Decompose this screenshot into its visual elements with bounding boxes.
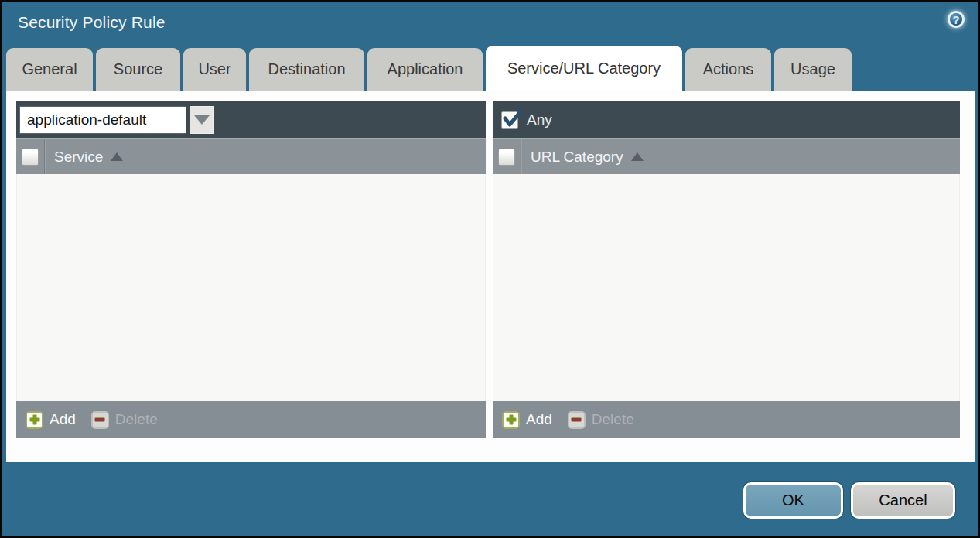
sort-ascending-icon <box>111 152 123 161</box>
icon-bar <box>572 418 582 422</box>
tab-usage[interactable]: Usage <box>774 48 852 91</box>
cancel-button[interactable]: Cancel <box>851 482 955 519</box>
url-category-add-button[interactable]: Add <box>502 411 552 429</box>
service-column-header-row: Service <box>16 138 486 174</box>
tab-application[interactable]: Application <box>367 48 483 91</box>
service-panel-header: application-default <box>16 101 486 138</box>
security-policy-rule-dialog: Security Policy Rule ? General Source Us… <box>0 0 980 538</box>
service-delete-button[interactable]: Delete <box>91 411 158 429</box>
service-dropdown-button[interactable] <box>190 106 214 134</box>
url-category-column-header-row: URL Category <box>493 138 960 174</box>
any-checkbox[interactable] <box>501 111 518 129</box>
service-dropdown-value[interactable]: application-default <box>19 106 186 134</box>
tab-destination[interactable]: Destination <box>249 48 364 91</box>
tab-service-url-category[interactable]: Service/URL Category <box>486 46 682 91</box>
service-panel: application-default Service <box>16 101 486 438</box>
service-dropdown[interactable]: application-default <box>19 106 214 134</box>
url-category-select-all-checkbox[interactable] <box>498 149 515 166</box>
ok-button[interactable]: OK <box>743 482 843 519</box>
tab-user[interactable]: User <box>183 48 246 91</box>
url-category-panel-footer: Add Delete <box>493 401 960 438</box>
dialog-title: Security Policy Rule <box>18 13 166 32</box>
url-category-list[interactable] <box>493 174 960 401</box>
service-panel-footer: Add Delete <box>16 401 486 438</box>
icon-bar <box>95 418 105 422</box>
url-category-column-label: URL Category <box>531 149 623 166</box>
tab-actions[interactable]: Actions <box>685 48 771 91</box>
url-category-select-all-cell <box>493 139 521 174</box>
sort-ascending-icon <box>631 152 644 161</box>
add-icon <box>502 411 520 429</box>
service-column-header[interactable]: Service <box>45 139 123 174</box>
dialog-content: application-default Service <box>6 91 975 462</box>
url-category-panel-header: Any <box>493 101 960 138</box>
add-label: Add <box>50 411 76 428</box>
icon-bar <box>509 415 513 425</box>
service-list[interactable] <box>16 174 486 401</box>
tab-bar: General Source User Destination Applicat… <box>6 48 852 91</box>
delete-icon <box>568 411 586 429</box>
service-select-all-checkbox[interactable] <box>22 149 39 166</box>
icon-bar <box>32 415 36 425</box>
tab-general[interactable]: General <box>6 48 93 91</box>
add-label: Add <box>526 411 552 428</box>
delete-icon <box>91 411 109 429</box>
url-category-panel: Any URL Category Add <box>493 101 960 438</box>
service-column-label: Service <box>54 149 103 166</box>
tab-source[interactable]: Source <box>96 48 180 91</box>
help-icon[interactable]: ? <box>948 11 965 28</box>
checkmark-icon <box>502 108 523 129</box>
chevron-down-icon <box>194 115 210 125</box>
any-label: Any <box>527 111 552 129</box>
add-icon <box>26 411 43 429</box>
service-select-all-cell <box>16 139 45 174</box>
url-category-column-header[interactable]: URL Category <box>521 139 644 174</box>
delete-label: Delete <box>115 411 158 428</box>
service-add-button[interactable]: Add <box>26 411 76 429</box>
delete-label: Delete <box>592 411 634 428</box>
url-category-delete-button[interactable]: Delete <box>568 411 634 429</box>
